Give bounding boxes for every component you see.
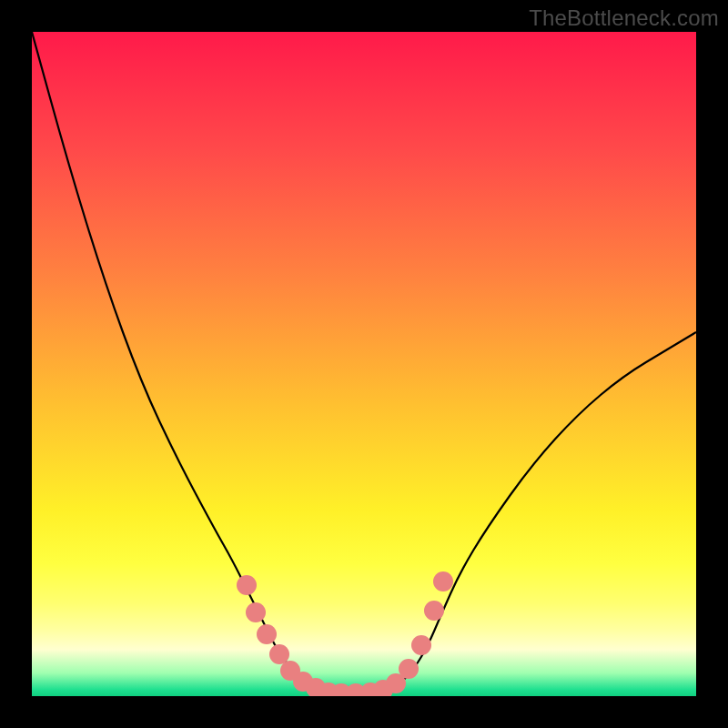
marker-dot — [257, 624, 277, 644]
marker-dot — [411, 635, 431, 655]
marker-dot — [246, 602, 266, 622]
marker-dot — [269, 644, 289, 664]
curve-right-arm — [387, 332, 696, 690]
chart-svg — [32, 32, 696, 696]
marker-dot — [433, 571, 453, 592]
marker-dot — [399, 659, 419, 679]
plot-area — [32, 32, 696, 696]
watermark-text: TheBottleneck.com — [529, 5, 719, 31]
curve-left-arm — [32, 32, 318, 689]
marker-group — [237, 571, 453, 696]
marker-dot — [237, 575, 257, 595]
marker-dot — [424, 601, 444, 621]
